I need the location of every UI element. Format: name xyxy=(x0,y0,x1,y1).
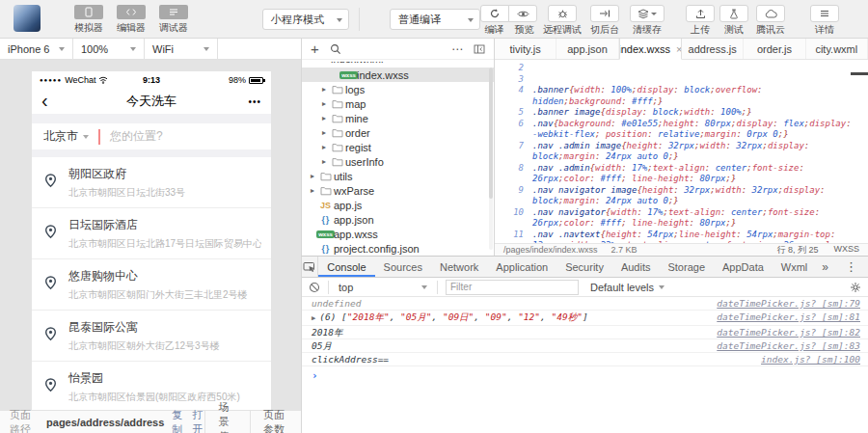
tree-folder-map[interactable]: ▸map xyxy=(302,96,494,111)
tree-folder-logs[interactable]: ▸logs xyxy=(302,82,494,96)
tree-folder-utils[interactable]: ▸utils xyxy=(302,169,494,183)
to-background-button[interactable]: 切后台 xyxy=(583,5,626,37)
editor-tab-city.wxml[interactable]: city.wxml xyxy=(806,39,868,59)
devtools-tab-application[interactable]: Application xyxy=(487,257,556,277)
search-icon[interactable] xyxy=(330,43,341,55)
compile-button[interactable]: 编译 xyxy=(479,5,509,37)
code-area[interactable]: 234.banner{width: 100%;display: block;ov… xyxy=(495,60,868,243)
details-button[interactable]: 详情 xyxy=(803,5,846,37)
tencent-cloud-button[interactable]: 腾讯云 xyxy=(749,5,792,37)
editor-tab-tivity.js[interactable]: tivity.js xyxy=(495,39,556,59)
log-source-link[interactable]: dateTimePicker.js? [sm]:82 xyxy=(717,327,860,338)
console-prompt[interactable]: › xyxy=(302,366,868,382)
devtools-tab-console[interactable]: Console xyxy=(318,257,374,277)
address-list-item[interactable]: 昆泰国际公寓北京市朝阳区朝外大街乙12号3号楼 xyxy=(32,311,271,362)
devtools-tab-appdata[interactable]: AppData xyxy=(714,257,773,277)
tree-file-app.wxss[interactable]: wxssapp.wxss xyxy=(302,227,494,241)
eye-icon xyxy=(508,5,537,22)
code-line: 8.nav .admin{width: 17%;text-align: cent… xyxy=(495,163,868,185)
copy-link[interactable]: 复制 xyxy=(172,408,184,433)
code-lines: 234.banner{width: 100%;display: block;ov… xyxy=(495,63,868,243)
address-list-item[interactable]: 日坛国际酒店北京市朝阳区日坛北路17号日坛国际贸易中心B座 xyxy=(32,208,271,259)
tab-label: tivity.js xyxy=(510,43,541,55)
devtools-panel: ConsoleSourcesNetworkApplicationSecurity… xyxy=(301,256,868,433)
location-search-bar[interactable]: 北京市 您的位置? xyxy=(32,123,271,149)
toggle-editor-button[interactable]: 编辑器 xyxy=(110,5,152,35)
scene-value-button[interactable]: 场景值 xyxy=(204,411,250,433)
remote-debug-button[interactable]: 远程调试 xyxy=(541,5,583,37)
log-source-link[interactable]: dateTimePicker.js? [sm]:83 xyxy=(717,340,860,351)
tree-folder-userInfo[interactable]: ▸userInfo xyxy=(302,154,494,169)
editor-tab-index.wxss[interactable]: index.wxss× xyxy=(619,39,682,60)
more-menu-icon[interactable]: ••• xyxy=(248,96,261,107)
line-content: .banner image{display: block;width: 100%… xyxy=(532,107,868,119)
network-select[interactable]: WiFi xyxy=(145,39,218,59)
tree-folder-mine[interactable]: ▸mine xyxy=(302,111,494,125)
line-number: 11 xyxy=(495,230,532,244)
expand-caret-icon: ▸ xyxy=(308,172,317,180)
devtools-tab-wxml[interactable]: Wxml xyxy=(773,257,817,277)
devtools-tab-network[interactable]: Network xyxy=(431,257,487,277)
code-line: 11.nav .navtext{height: 54rpx;line-heigh… xyxy=(495,230,868,244)
tree-file-index.wxss[interactable]: wxssindex.wxss xyxy=(302,68,494,82)
log-message: 2018年 xyxy=(312,327,705,338)
address-list-item[interactable]: 悠唐购物中心北京市朝阳区朝阳门外大街三丰北里2号楼 xyxy=(32,259,271,311)
devtools-tab-security[interactable]: Security xyxy=(556,257,612,277)
code-line: 4.banner{width: 100%;display: block;over… xyxy=(495,85,868,107)
text-cursor xyxy=(98,129,100,145)
devtools-tab-storage[interactable]: Storage xyxy=(659,257,714,277)
editor-tab-address.js[interactable]: address.js xyxy=(682,39,744,59)
tree-file-project.config.json[interactable]: { }project.config.json xyxy=(302,241,494,256)
log-source-link[interactable]: dateTimePicker.js? [sm]:79 xyxy=(717,298,860,309)
toggle-debugger-button[interactable]: 调试器 xyxy=(152,5,195,35)
city-select-value[interactable]: 北京市 xyxy=(43,128,78,145)
zoom-select[interactable]: 100% xyxy=(73,39,145,59)
back-chevron-icon[interactable]: ‹ xyxy=(41,89,48,112)
open-link[interactable]: 打开 xyxy=(192,408,204,433)
inspect-element-icon[interactable] xyxy=(302,257,318,277)
compile-mode-select[interactable]: 普通编译 xyxy=(390,9,480,30)
devtools-tab-sources[interactable]: Sources xyxy=(375,257,431,277)
devtools-tab-audits[interactable]: Audits xyxy=(612,257,660,277)
mode-select[interactable]: 小程序模式 xyxy=(262,9,349,30)
toggle-simulator-button[interactable]: 模拟器 xyxy=(68,5,110,35)
tree-folder-wxParse[interactable]: ▸wxParse xyxy=(302,183,494,198)
settings-gear-icon[interactable] xyxy=(850,282,861,293)
tree-folder-order[interactable]: ▸order xyxy=(302,125,494,140)
log-source-link[interactable]: index.js? [sm]:100 xyxy=(761,354,860,365)
context-select[interactable]: top xyxy=(337,282,429,293)
device-select[interactable]: iPhone 6 xyxy=(0,39,73,59)
log-levels-select[interactable]: Default levels xyxy=(590,282,665,293)
close-tab-icon[interactable]: × xyxy=(676,43,682,55)
status-time: 9:13 xyxy=(32,75,271,85)
user-avatar[interactable] xyxy=(14,5,41,32)
file-type-icon: JS xyxy=(317,201,334,210)
tree-file-app.json[interactable]: { }app.json xyxy=(302,212,494,227)
page-params-button[interactable]: 页面参数 xyxy=(250,411,301,433)
expand-caret-icon: ▸ xyxy=(319,128,329,137)
code-line: 3 xyxy=(495,74,868,86)
more-options-icon[interactable]: ⋯ xyxy=(451,42,463,56)
more-tabs-icon[interactable]: » xyxy=(816,260,834,274)
kebab-menu-icon[interactable]: ⋮ xyxy=(834,259,868,274)
add-file-icon[interactable]: + xyxy=(311,41,319,56)
explorer-scrollbar[interactable] xyxy=(489,68,493,250)
tree-file-app.js[interactable]: JSapp.js xyxy=(302,198,494,212)
log-source-link[interactable]: dateTimePicker.js? [sm]:81 xyxy=(717,311,860,322)
editor-scrollbar-thumb[interactable] xyxy=(851,72,868,75)
remote-debug-label: 远程调试 xyxy=(541,23,583,37)
language-mode[interactable]: WXSS xyxy=(833,244,859,257)
editor-tab-app.json[interactable]: app.json xyxy=(556,39,618,59)
editor-status-bar: /pages/index/index.wxss 2.7 KB 行 8, 列 25… xyxy=(495,243,868,256)
tree-folder-regist[interactable]: ▸regist xyxy=(302,140,494,154)
expand-arrow-icon[interactable]: ▶ xyxy=(312,314,315,322)
clear-console-icon[interactable] xyxy=(309,282,320,293)
clear-cache-button[interactable]: 清缓存 xyxy=(626,5,668,37)
collapse-panel-icon[interactable] xyxy=(474,44,485,54)
filter-input[interactable] xyxy=(446,280,579,295)
address-list-item[interactable]: 朝阳区政府北京市朝阳区日坛北街33号 xyxy=(32,157,271,208)
file-type-icon: { } xyxy=(317,215,334,225)
editor-tab-order.js[interactable]: order.js xyxy=(744,39,805,59)
preview-button[interactable]: 预览 xyxy=(509,5,539,37)
folder-icon xyxy=(317,186,334,196)
